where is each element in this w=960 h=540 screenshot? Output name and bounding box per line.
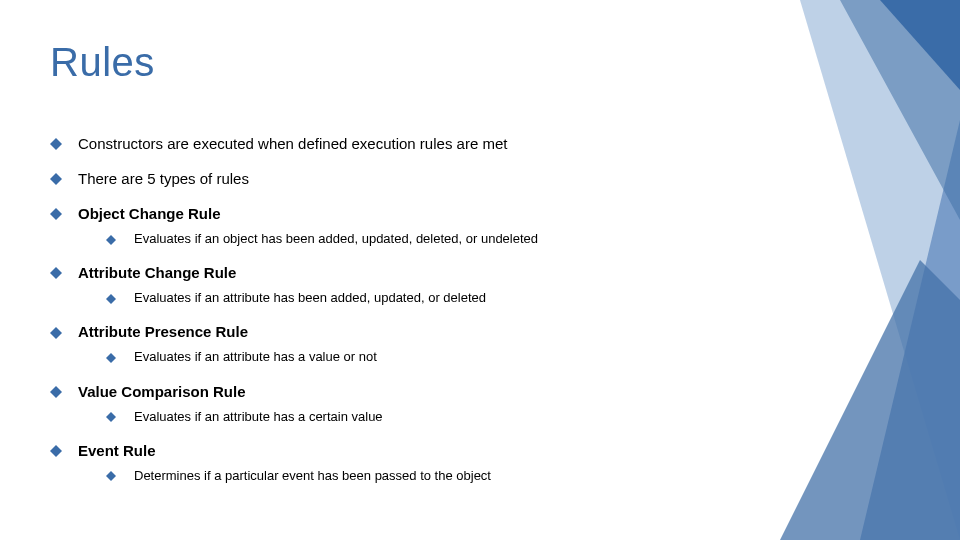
svg-marker-15	[50, 445, 62, 457]
svg-marker-9	[50, 267, 62, 279]
list-item-text: Attribute Presence Rule	[78, 323, 248, 340]
list-item: Constructors are executed when defined e…	[50, 133, 760, 154]
svg-marker-11	[50, 327, 62, 339]
svg-marker-2	[780, 260, 960, 540]
list-subitem-text: Evaluates if an attribute has a certain …	[134, 409, 383, 424]
svg-marker-16	[106, 471, 116, 481]
list-item: There are 5 types of rules	[50, 168, 760, 189]
list-subitem-text: Determines if a particular event has bee…	[134, 468, 491, 483]
list-subitem-text: Evaluates if an object has been added, u…	[134, 231, 538, 246]
slide-title: Rules	[50, 40, 760, 85]
list-subitem: Determines if a particular event has bee…	[106, 467, 760, 485]
list-item: Attribute Presence Rule Evaluates if an …	[50, 321, 760, 366]
svg-marker-5	[50, 138, 62, 150]
svg-marker-12	[106, 353, 116, 363]
list-subitem: Evaluates if an attribute has a certain …	[106, 408, 760, 426]
list-item-text: Event Rule	[78, 442, 156, 459]
list-item-text: There are 5 types of rules	[78, 170, 249, 187]
svg-marker-4	[880, 0, 960, 90]
list-item: Value Comparison Rule Evaluates if an at…	[50, 381, 760, 426]
svg-marker-14	[106, 412, 116, 422]
list-item-text: Value Comparison Rule	[78, 383, 246, 400]
bullet-list: Constructors are executed when defined e…	[50, 133, 760, 485]
list-item: Attribute Change Rule Evaluates if an at…	[50, 262, 760, 307]
svg-marker-1	[860, 120, 960, 540]
list-item: Event Rule Determines if a particular ev…	[50, 440, 760, 485]
svg-marker-7	[50, 208, 62, 220]
list-subitem: Evaluates if an attribute has been added…	[106, 289, 760, 307]
list-item-text: Constructors are executed when defined e…	[78, 135, 507, 152]
list-subitem-text: Evaluates if an attribute has a value or…	[134, 349, 377, 364]
list-item-text: Object Change Rule	[78, 205, 221, 222]
list-subitem: Evaluates if an object has been added, u…	[106, 230, 760, 248]
svg-marker-13	[50, 386, 62, 398]
svg-marker-6	[50, 173, 62, 185]
svg-marker-0	[800, 0, 960, 540]
list-subitem: Evaluates if an attribute has a value or…	[106, 348, 760, 366]
slide-content: Rules Constructors are executed when def…	[50, 40, 760, 499]
list-item: Object Change Rule Evaluates if an objec…	[50, 203, 760, 248]
list-item-text: Attribute Change Rule	[78, 264, 236, 281]
slide: Rules Constructors are executed when def…	[0, 0, 960, 540]
svg-marker-8	[106, 235, 116, 245]
svg-marker-10	[106, 294, 116, 304]
list-subitem-text: Evaluates if an attribute has been added…	[134, 290, 486, 305]
